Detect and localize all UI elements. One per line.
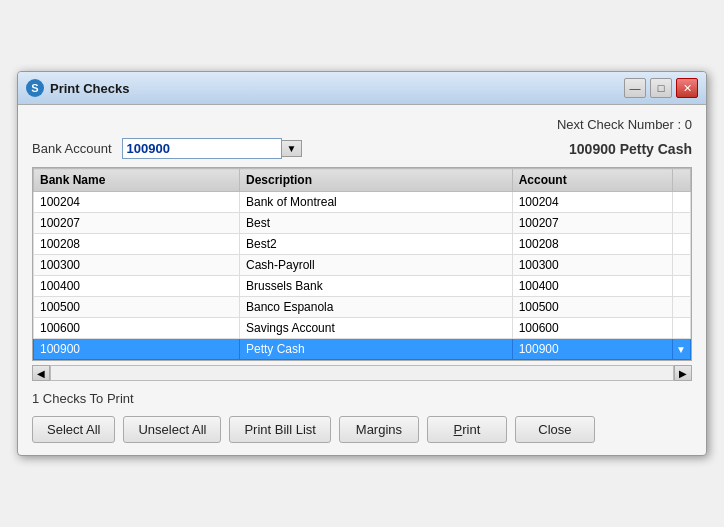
table-cell-description: Petty Cash [240, 339, 513, 360]
next-check-label: Next Check Number : 0 [557, 117, 692, 132]
table-cell-description: Best2 [240, 234, 513, 255]
table-row[interactable]: 100500Banco Espanola100500 [34, 297, 691, 318]
action-buttons: Select All Unselect All Print Bill List … [32, 416, 692, 443]
table-cell-bank_name: 100500 [34, 297, 240, 318]
table-cell-scroll-indicator [673, 192, 691, 213]
scroll-right-btn[interactable]: ▶ [674, 365, 692, 381]
bank-account-dropdown-wrapper: ▼ [122, 138, 303, 159]
print-label-rest: rint [462, 422, 480, 437]
print-label-underline: P [454, 422, 463, 437]
table-cell-account: 100300 [512, 255, 672, 276]
table-cell-account: 100500 [512, 297, 672, 318]
table-cell-account: 100207 [512, 213, 672, 234]
table-row[interactable]: 100900Petty Cash100900▼ [34, 339, 691, 360]
table-cell-scroll-indicator [673, 255, 691, 276]
window-content: Next Check Number : 0 Bank Account ▼ 100… [18, 105, 706, 455]
table-cell-account: 100204 [512, 192, 672, 213]
horizontal-scrollbar[interactable] [50, 365, 674, 381]
table-cell-account: 100900 [512, 339, 672, 360]
print-button[interactable]: Print [427, 416, 507, 443]
print-checks-window: S Print Checks — □ ✕ Next Check Number :… [17, 71, 707, 456]
bank-account-label: Bank Account [32, 141, 112, 156]
margins-button[interactable]: Margins [339, 416, 419, 443]
next-check-row: Next Check Number : 0 [32, 117, 692, 132]
close-window-button[interactable]: ✕ [676, 78, 698, 98]
table-cell-description: Savings Account [240, 318, 513, 339]
table-cell-scroll-indicator: ▼ [673, 339, 691, 360]
table-cell-description: Cash-Payroll [240, 255, 513, 276]
table-row[interactable]: 100600Savings Account100600 [34, 318, 691, 339]
table-cell-scroll-indicator [673, 234, 691, 255]
table-cell-bank_name: 100208 [34, 234, 240, 255]
table-cell-bank_name: 100204 [34, 192, 240, 213]
bank-account-title: 100900 Petty Cash [569, 141, 692, 157]
bank-account-input[interactable] [122, 138, 282, 159]
table-body: 100204Bank of Montreal100204100207Best10… [34, 192, 691, 360]
print-bill-list-button[interactable]: Print Bill List [229, 416, 331, 443]
col-description: Description [240, 169, 513, 192]
table-cell-description: Banco Espanola [240, 297, 513, 318]
table-header-row: Bank Name Description Account [34, 169, 691, 192]
checks-to-print-label: 1 Checks To Print [32, 391, 692, 406]
scroll-left-btn[interactable]: ◀ [32, 365, 50, 381]
table-cell-bank_name: 100400 [34, 276, 240, 297]
maximize-button[interactable]: □ [650, 78, 672, 98]
table-cell-account: 100600 [512, 318, 672, 339]
table-row[interactable]: 100204Bank of Montreal100204 [34, 192, 691, 213]
select-all-button[interactable]: Select All [32, 416, 115, 443]
table-row[interactable]: 100400Brussels Bank100400 [34, 276, 691, 297]
window-title: Print Checks [50, 81, 129, 96]
scroll-area: ◀ ▶ [32, 365, 692, 381]
minimize-button[interactable]: — [624, 78, 646, 98]
table-cell-scroll-indicator [673, 276, 691, 297]
table-cell-description: Bank of Montreal [240, 192, 513, 213]
bank-table: Bank Name Description Account 100204Bank… [33, 168, 691, 360]
col-bank-name: Bank Name [34, 169, 240, 192]
table-cell-account: 100208 [512, 234, 672, 255]
table-cell-scroll-indicator [673, 213, 691, 234]
table-row[interactable]: 100300Cash-Payroll100300 [34, 255, 691, 276]
bank-account-row: Bank Account ▼ 100900 Petty Cash [32, 138, 692, 159]
title-bar: S Print Checks — □ ✕ [18, 72, 706, 105]
window-controls: — □ ✕ [624, 78, 698, 98]
table-scroll[interactable]: Bank Name Description Account 100204Bank… [33, 168, 691, 360]
table-cell-bank_name: 100600 [34, 318, 240, 339]
table-cell-description: Brussels Bank [240, 276, 513, 297]
col-scroll-filler [673, 169, 691, 192]
bank-table-container: Bank Name Description Account 100204Bank… [32, 167, 692, 361]
table-cell-description: Best [240, 213, 513, 234]
close-button[interactable]: Close [515, 416, 595, 443]
table-cell-scroll-indicator [673, 297, 691, 318]
table-cell-bank_name: 100207 [34, 213, 240, 234]
table-cell-scroll-indicator [673, 318, 691, 339]
table-cell-bank_name: 100300 [34, 255, 240, 276]
title-bar-left: S Print Checks [26, 79, 129, 97]
table-cell-bank_name: 100900 [34, 339, 240, 360]
app-icon: S [26, 79, 44, 97]
table-row[interactable]: 100208Best2100208 [34, 234, 691, 255]
bank-account-dropdown-btn[interactable]: ▼ [282, 140, 303, 157]
table-cell-account: 100400 [512, 276, 672, 297]
unselect-all-button[interactable]: Unselect All [123, 416, 221, 443]
col-account: Account [512, 169, 672, 192]
table-row[interactable]: 100207Best100207 [34, 213, 691, 234]
